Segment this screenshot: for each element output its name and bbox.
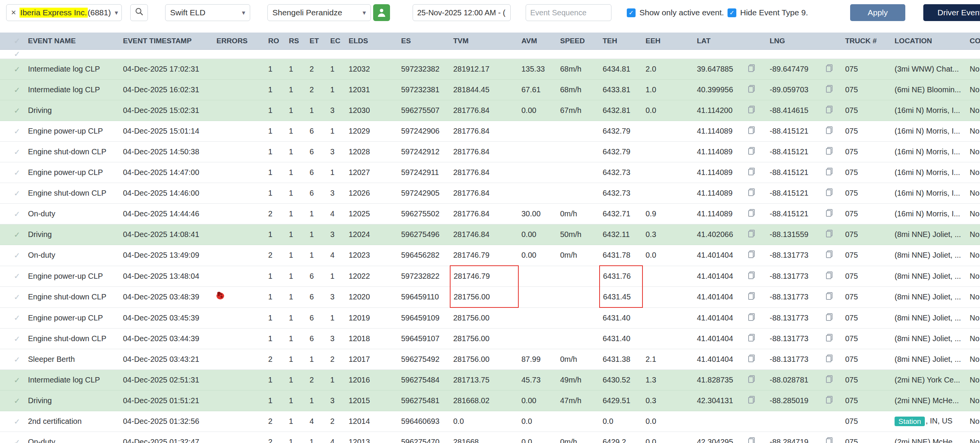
copy-icon[interactable] xyxy=(748,355,755,362)
driver-select[interactable]: Shengeli Peranidze ▾ xyxy=(267,4,371,21)
cell-errors xyxy=(213,50,265,59)
cell-es xyxy=(398,50,450,59)
copy-icon[interactable] xyxy=(748,230,755,237)
driver-profile-button[interactable] xyxy=(373,4,390,21)
copy-icon[interactable] xyxy=(826,250,833,258)
copy-icon[interactable] xyxy=(748,126,755,134)
copy-icon[interactable] xyxy=(826,126,833,134)
copy-icon[interactable] xyxy=(826,437,833,443)
clear-icon[interactable]: × xyxy=(11,8,16,18)
copy-icon[interactable] xyxy=(748,396,755,404)
eld-select[interactable]: Swift ELD ▾ xyxy=(165,4,250,21)
row-checkbox[interactable]: ✓ xyxy=(14,438,20,443)
copy-icon[interactable] xyxy=(748,106,755,113)
copy-icon[interactable] xyxy=(826,271,833,279)
hide-event-type9-checkbox[interactable]: ✓ xyxy=(728,8,736,17)
cell-truck: 075 xyxy=(842,183,892,204)
show-only-active-checkbox[interactable]: ✓ xyxy=(627,8,636,17)
row-checkbox[interactable]: ✓ xyxy=(14,293,20,301)
cell-ts: 04-Dec-2025 01:32:56 xyxy=(120,411,213,432)
copy-icon[interactable] xyxy=(748,147,755,155)
copy-icon[interactable] xyxy=(748,209,755,217)
select-all-checkbox[interactable]: ✓ xyxy=(14,37,20,45)
error-bug-icon[interactable] xyxy=(216,293,224,299)
row-checkbox[interactable]: ✓ xyxy=(14,189,20,198)
cell-es: 596459110 xyxy=(398,287,450,308)
copy-icon[interactable] xyxy=(748,250,755,258)
copy-icon[interactable] xyxy=(748,64,755,72)
row-checkbox[interactable]: ✓ xyxy=(14,417,20,426)
cell-speed xyxy=(557,121,600,142)
cell-ec: 3 xyxy=(327,142,346,162)
company-select[interactable]: × Iberia Express Inc. (6881) ▾ xyxy=(6,4,122,21)
cell-es: 596459109 xyxy=(398,307,450,329)
copy-icon[interactable] xyxy=(826,209,833,217)
date-range-input[interactable] xyxy=(413,4,511,21)
cell-lat: 41.401404 xyxy=(694,266,745,287)
copy-icon[interactable] xyxy=(748,437,755,443)
row-checkbox[interactable]: ✓ xyxy=(14,376,20,384)
copy-icon[interactable] xyxy=(748,271,755,279)
col-header-lat: LAT xyxy=(694,33,745,50)
copy-icon[interactable] xyxy=(748,313,755,321)
copy-icon[interactable] xyxy=(826,396,833,404)
cell-lat: 41.114089 xyxy=(694,183,745,204)
apply-button[interactable]: Apply xyxy=(850,4,905,21)
copy-icon[interactable] xyxy=(826,334,833,342)
copy-icon[interactable] xyxy=(826,168,833,175)
row-checkbox[interactable]: ✓ xyxy=(14,86,20,94)
cell-rs: 1 xyxy=(286,59,306,80)
row-checkbox[interactable]: ✓ xyxy=(14,127,20,136)
cell-name: Driving xyxy=(25,224,120,245)
copy-icon[interactable] xyxy=(748,334,755,342)
copy-icon[interactable] xyxy=(826,375,833,383)
cell-lat_copy xyxy=(745,411,767,432)
row-checkbox[interactable]: ✓ xyxy=(14,314,20,322)
row-checkbox[interactable]: ✓ xyxy=(14,65,20,74)
driver-events-button[interactable]: Driver Events xyxy=(923,4,980,21)
cell-lat: 42.304131 xyxy=(694,391,745,411)
table-row: ✓Intermediate log CLP04-Dec-2025 02:51:3… xyxy=(0,370,980,391)
copy-icon[interactable] xyxy=(748,188,755,196)
row-checkbox[interactable]: ✓ xyxy=(14,168,20,177)
copy-icon[interactable] xyxy=(826,85,833,93)
row-checkbox[interactable]: ✓ xyxy=(14,397,20,405)
copy-icon[interactable] xyxy=(748,292,755,300)
cell-eeh: 1.0 xyxy=(642,80,694,100)
cell-rs: 1 xyxy=(286,204,306,224)
row-checkbox[interactable]: ✓ xyxy=(14,50,20,59)
show-only-active-toggle[interactable]: ✓ Show only active event. xyxy=(627,4,724,21)
row-checkbox[interactable]: ✓ xyxy=(14,148,20,156)
copy-icon[interactable] xyxy=(826,64,833,72)
cell-avm: 135.33 xyxy=(518,59,557,80)
cell-tvm xyxy=(450,50,518,59)
copy-icon[interactable] xyxy=(826,230,833,237)
event-sequence-input[interactable] xyxy=(526,4,611,21)
copy-icon[interactable] xyxy=(748,85,755,93)
row-checkbox[interactable]: ✓ xyxy=(14,272,20,280)
copy-icon[interactable] xyxy=(748,375,755,383)
copy-icon[interactable] xyxy=(826,147,833,155)
copy-icon[interactable] xyxy=(826,188,833,196)
copy-icon[interactable] xyxy=(826,313,833,321)
search-button[interactable] xyxy=(130,4,148,21)
cell-eeh xyxy=(642,183,694,204)
hide-event-type9-toggle[interactable]: ✓ Hide Event Type 9. xyxy=(728,4,808,21)
cell-errors xyxy=(213,287,265,308)
row-checkbox[interactable]: ✓ xyxy=(14,230,20,239)
copy-icon[interactable] xyxy=(748,168,755,175)
cell-lat xyxy=(694,411,745,432)
copy-icon[interactable] xyxy=(826,355,833,362)
row-checkbox[interactable]: ✓ xyxy=(14,210,20,218)
copy-icon[interactable] xyxy=(826,106,833,113)
cell-elds xyxy=(346,50,398,59)
cell-es: 596275507 xyxy=(398,100,450,121)
copy-icon[interactable] xyxy=(826,292,833,300)
row-checkbox[interactable]: ✓ xyxy=(14,106,20,115)
cell-lat: 41.114200 xyxy=(694,100,745,121)
col-header-et: ET xyxy=(306,33,327,50)
row-checkbox[interactable]: ✓ xyxy=(14,355,20,364)
row-checkbox[interactable]: ✓ xyxy=(14,251,20,260)
row-checkbox[interactable]: ✓ xyxy=(14,335,20,343)
cell-co: No xyxy=(967,224,980,245)
